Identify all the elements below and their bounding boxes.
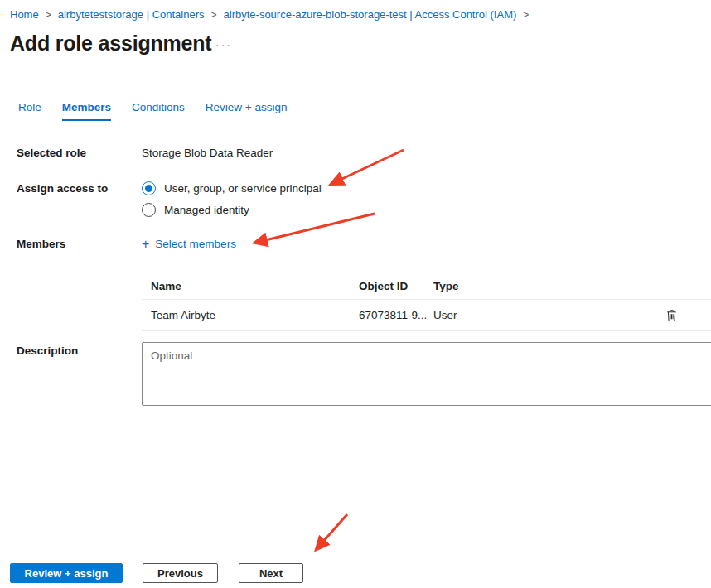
more-options-icon[interactable]: ···	[215, 38, 232, 51]
tab-members[interactable]: Members	[62, 101, 111, 121]
radio-selected-icon[interactable]	[142, 181, 156, 195]
member-name-cell: Team Airbyte	[142, 309, 359, 321]
radio-user-group-service-principal[interactable]: User, group, or service principal	[142, 177, 322, 199]
chevron-right-icon: >	[211, 9, 217, 21]
selected-role-value: Storage Blob Data Reader	[142, 147, 273, 159]
member-object-id-cell: 67073811-9...	[359, 309, 433, 321]
assign-access-to-label: Assign access to	[17, 182, 108, 195]
column-header-type: Type	[433, 280, 630, 292]
previous-button[interactable]: Previous	[143, 563, 218, 583]
plus-icon: +	[142, 239, 149, 249]
tab-bar: Role Members Conditions Review + assign	[18, 101, 288, 121]
radio-option-label: User, group, or service principal	[164, 182, 322, 195]
radio-managed-identity[interactable]: Managed identity	[142, 199, 322, 220]
footer-divider	[0, 547, 711, 547]
breadcrumb-home[interactable]: Home	[10, 8, 39, 21]
select-members-link[interactable]: + Select members	[142, 238, 236, 250]
breadcrumb-containers[interactable]: airbyteteststorage | Containers	[58, 8, 205, 21]
next-button[interactable]: Next	[239, 563, 303, 583]
radio-option-label: Managed identity	[164, 204, 249, 216]
delete-member-button[interactable]	[664, 307, 680, 324]
description-input[interactable]	[142, 342, 711, 406]
description-label: Description	[17, 345, 78, 357]
add-role-assignment-page: Home > airbyteteststorage | Containers >…	[0, 0, 711, 588]
page-title: Add role assignment	[10, 31, 211, 55]
members-label: Members	[17, 238, 65, 250]
review-assign-button[interactable]: Review + assign	[10, 563, 123, 583]
trash-icon	[665, 309, 678, 322]
chevron-right-icon: >	[523, 9, 529, 21]
select-members-label: Select members	[155, 238, 236, 250]
breadcrumb-access-control[interactable]: airbyte-source-azure-blob-storage-test |…	[224, 8, 517, 21]
footer-actions: Review + assign Previous Next	[10, 563, 303, 583]
tab-review-assign[interactable]: Review + assign	[206, 101, 288, 121]
breadcrumb: Home > airbyteteststorage | Containers >…	[10, 8, 529, 21]
members-table: Name Object ID Type Team Airbyte 6707381…	[142, 273, 711, 331]
annotation-arrow-next	[317, 514, 347, 549]
selected-role-label: Selected role	[17, 147, 86, 159]
column-header-object-id: Object ID	[359, 280, 433, 292]
member-type-cell: User	[433, 309, 630, 321]
table-row: Team Airbyte 67073811-9... User	[142, 300, 711, 331]
radio-unselected-icon[interactable]	[142, 203, 156, 217]
chevron-right-icon: >	[46, 9, 51, 21]
annotation-arrow-radio	[331, 150, 404, 184]
assign-access-radio-group: User, group, or service principal Manage…	[142, 177, 322, 220]
members-table-header: Name Object ID Type	[142, 273, 711, 300]
tab-role[interactable]: Role	[18, 101, 41, 121]
column-header-name: Name	[142, 280, 359, 292]
tab-conditions[interactable]: Conditions	[132, 101, 185, 121]
